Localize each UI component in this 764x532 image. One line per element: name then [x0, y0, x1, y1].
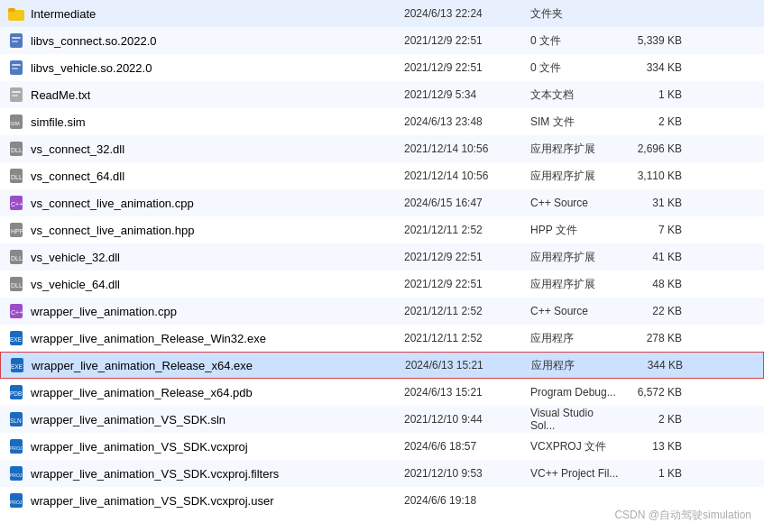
file-name: wrapper_live_animation_Release_x64.exe	[32, 359, 253, 372]
file-date: 2021/12/9 5:34	[404, 88, 530, 101]
file-type: VCXPROJ 文件	[530, 439, 621, 454]
svg-text:C++: C++	[11, 309, 23, 316]
file-size: 41 KB	[621, 251, 693, 263]
file-size: 5,339 KB	[621, 34, 693, 47]
file-type: 文本文档	[530, 87, 621, 103]
svg-rect-7	[12, 68, 18, 69]
hpp-icon: HPP	[7, 221, 25, 239]
file-size: 334 KB	[621, 61, 693, 74]
table-row[interactable]: C++vs_connect_live_animation.cpp2024/6/1…	[0, 189, 764, 216]
file-size: 344 KB	[621, 359, 694, 371]
table-row[interactable]: libvs_vehicle.so.2022.02021/12/9 22:510 …	[0, 54, 764, 81]
file-name: ReadMe.txt	[31, 88, 90, 102]
file-date: 2024/6/13 23:48	[404, 115, 530, 128]
dll-icon: DLL	[7, 140, 25, 158]
file-name: wrapper_live_animation_Release_Win32.exe	[31, 332, 266, 345]
file-size: 2,696 KB	[621, 142, 693, 155]
svg-text:HPP: HPP	[11, 228, 24, 234]
svg-text:DLL: DLL	[11, 174, 23, 180]
file-name: Intermediate	[31, 7, 96, 21]
svg-text:EXE: EXE	[10, 336, 23, 343]
file-type: 应用程序扩展	[530, 250, 621, 265]
svg-text:PROJ: PROJ	[10, 472, 23, 478]
svg-text:C++: C++	[11, 201, 23, 207]
table-row[interactable]: DLLvs_connect_32.dll2021/12/14 10:56应用程序…	[0, 135, 764, 162]
file-date: 2024/6/15 16:47	[404, 197, 530, 209]
file-date: 2021/12/11 2:52	[404, 332, 530, 344]
cpp-icon: C++	[7, 194, 25, 212]
vcxproj-icon: PROJ	[7, 464, 25, 482]
file-name: wrapper_live_animation_VS_SDK.vcxproj	[31, 440, 248, 454]
file-date: 2021/12/11 2:52	[404, 305, 530, 317]
svg-text:EXE: EXE	[11, 363, 23, 370]
svg-rect-1	[8, 8, 15, 12]
file-date: 2021/12/9 22:51	[404, 278, 530, 290]
file-date: 2021/12/14 10:56	[404, 170, 530, 182]
file-type: Visual Studio Sol...	[530, 407, 621, 432]
file-name: libvs_connect.so.2022.0	[31, 34, 156, 48]
file-type: C++ Source	[530, 305, 621, 317]
table-row[interactable]: ReadMe.txt2021/12/9 5:34文本文档1 KB	[0, 81, 764, 108]
dll-icon: DLL	[7, 275, 25, 293]
table-row[interactable]: DLLvs_vehicle_64.dll2021/12/9 22:51应用程序扩…	[0, 271, 764, 298]
table-row[interactable]: EXEwrapper_live_animation_Release_Win32.…	[0, 325, 764, 352]
file-name: wrapper_live_animation_VS_SDK.vcxproj.fi…	[31, 467, 279, 481]
file-name: vs_connect_64.dll	[31, 170, 124, 183]
so-icon	[7, 32, 25, 50]
table-row[interactable]: SIMsimfile.sim2024/6/13 23:48SIM 文件2 KB	[0, 108, 764, 135]
exe-icon: EXE	[8, 356, 26, 374]
folder-icon	[7, 5, 25, 23]
svg-rect-3	[12, 37, 21, 39]
file-type: 0 文件	[530, 33, 621, 49]
table-row[interactable]: DLLvs_connect_64.dll2021/12/14 10:56应用程序…	[0, 162, 764, 189]
svg-rect-6	[12, 64, 21, 66]
file-size: 48 KB	[621, 278, 693, 290]
dll-icon: DLL	[7, 248, 25, 266]
file-size: 278 KB	[621, 332, 693, 344]
file-date: 2021/12/11 2:52	[404, 224, 530, 236]
table-row[interactable]: PROJwrapper_live_animation_VS_SDK.vcxpro…	[0, 433, 764, 460]
file-name: wrapper_live_animation_Release_x64.pdb	[31, 386, 253, 399]
svg-text:PROJ: PROJ	[10, 445, 23, 451]
file-date: 2024/6/6 18:57	[404, 440, 530, 453]
dll-icon: DLL	[7, 167, 25, 185]
file-type: HPP 文件	[530, 223, 621, 238]
file-name: wrapper_live_animation.cpp	[31, 305, 177, 318]
file-date: 2024/6/13 15:21	[405, 359, 531, 371]
file-icon	[7, 86, 25, 104]
exe-icon: EXE	[7, 329, 25, 347]
file-name: vs_vehicle_64.dll	[31, 278, 120, 291]
file-date: 2021/12/9 22:51	[404, 34, 530, 47]
svg-rect-9	[12, 91, 21, 93]
table-row[interactable]: SLNwrapper_live_animation_VS_SDK.sln2021…	[0, 406, 764, 433]
file-size: 6,572 KB	[621, 386, 693, 399]
table-row[interactable]: HPPvs_connect_live_animation.hpp2021/12/…	[0, 216, 764, 243]
file-type: C++ Source	[530, 197, 621, 209]
table-row[interactable]: libvs_connect.so.2022.02021/12/9 22:510 …	[0, 27, 764, 54]
file-type: 0 文件	[530, 60, 621, 76]
table-row[interactable]: DLLvs_vehicle_32.dll2021/12/9 22:51应用程序扩…	[0, 243, 764, 271]
file-type: 文件夹	[530, 6, 621, 22]
sln-icon: SLN	[7, 410, 25, 428]
file-date: 2024/6/6 19:18	[404, 494, 530, 507]
file-type: SIM 文件	[530, 115, 621, 130]
table-row[interactable]: PROJwrapper_live_animation_VS_SDK.vcxpro…	[0, 460, 764, 487]
file-date: 2024/6/13 22:24	[404, 7, 530, 20]
file-size: 2 KB	[621, 413, 693, 426]
file-date: 2021/12/9 22:51	[404, 251, 530, 263]
file-type: 应用程序	[530, 331, 621, 346]
file-type: 应用程序扩展	[530, 277, 621, 292]
file-name: simfile.sim	[31, 115, 86, 129]
file-type: 应用程序	[531, 358, 621, 373]
table-row[interactable]: Intermediate2024/6/13 22:24文件夹	[0, 0, 764, 27]
file-date: 2021/12/10 9:44	[404, 413, 530, 426]
file-name: vs_connect_live_animation.cpp	[31, 197, 194, 210]
svg-text:DLL: DLL	[11, 255, 23, 261]
svg-text:PROJ: PROJ	[10, 500, 23, 505]
file-name: vs_vehicle_32.dll	[31, 251, 120, 264]
vcxproj-icon: PROJ	[7, 491, 25, 509]
file-type: VC++ Project Fil...	[530, 467, 621, 480]
table-row[interactable]: EXEwrapper_live_animation_Release_x64.ex…	[0, 352, 764, 379]
table-row[interactable]: PDBwrapper_live_animation_Release_x64.pd…	[0, 379, 764, 406]
table-row[interactable]: C++wrapper_live_animation.cpp2021/12/11 …	[0, 298, 764, 325]
